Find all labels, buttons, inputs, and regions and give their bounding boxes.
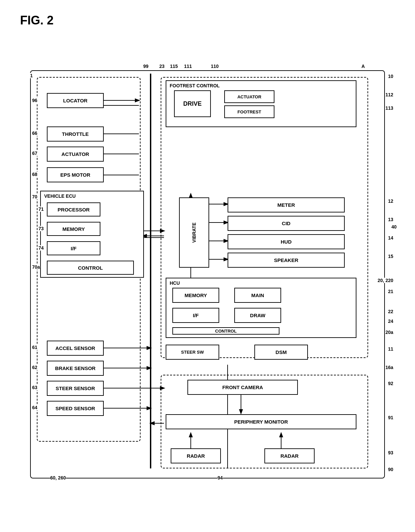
memory-left-box: MEMORY xyxy=(47,222,100,236)
ref-110: 110 xyxy=(211,64,219,69)
meter-box: METER xyxy=(228,197,345,212)
draw-box: DRAW xyxy=(234,308,281,323)
accel-sensor-box: ACCEL SENSOR xyxy=(47,341,104,356)
drive-box: DRIVE xyxy=(174,90,211,117)
ref-1: 1 xyxy=(30,73,33,78)
ref-20: 20, 220 xyxy=(378,278,393,283)
ref-64: 64 xyxy=(32,405,37,410)
ref-112: 112 xyxy=(386,92,393,97)
ref-111: 111 xyxy=(184,64,192,69)
ref-23: 23 xyxy=(159,64,165,69)
actuator-left-box: ACTUATOR xyxy=(47,147,104,162)
ref-66: 66 xyxy=(32,130,37,136)
vibrate-box: VIBRATE xyxy=(179,197,209,268)
ref-16a: 16a xyxy=(386,365,393,370)
ref-24: 24 xyxy=(388,319,393,324)
processor-box: PROCESSOR xyxy=(47,202,100,216)
ref-92: 92 xyxy=(388,381,393,386)
ref-99: 99 xyxy=(143,64,149,69)
ref-62: 62 xyxy=(32,365,37,370)
eps-motor-box: EPS MOTOR xyxy=(47,167,104,182)
ref-70a: 70a xyxy=(32,264,40,270)
ref-13: 13 xyxy=(388,217,393,222)
brake-sensor-box: BRAKE SENSOR xyxy=(47,361,104,376)
ref-67: 67 xyxy=(32,151,37,156)
ref-113: 113 xyxy=(386,105,393,111)
hud-box: HUD xyxy=(228,234,345,249)
ref-93: 93 xyxy=(388,450,393,455)
if-left-box: I/F xyxy=(47,241,100,255)
front-camera-box: FRONT CAMERA xyxy=(187,380,298,395)
ref-21: 21 xyxy=(388,289,393,294)
ref-11: 11 xyxy=(388,346,393,352)
ref-15: 15 xyxy=(388,254,393,259)
page-title: FIG. 2 xyxy=(20,13,54,27)
dsm-box: DSM xyxy=(254,345,308,360)
speaker-box: SPEAKER xyxy=(228,253,345,268)
control-right-box: CONTROL xyxy=(172,327,279,335)
ref-22: 22 xyxy=(388,309,393,314)
memory-right-box: MEMORY xyxy=(172,288,219,303)
locator-box: LOCATOR xyxy=(47,93,104,108)
if-right-box: I/F xyxy=(172,308,219,323)
ref-71: 71 xyxy=(38,206,44,212)
ref-91: 91 xyxy=(388,415,393,420)
speed-sensor-box: SPEED SENSOR xyxy=(47,401,104,416)
control-left-box: CONTROL xyxy=(47,261,134,275)
ref-73: 73 xyxy=(38,226,44,231)
periphery-monitor-box: PERIPHERY MONITOR xyxy=(166,414,356,429)
ref-61: 61 xyxy=(32,345,37,350)
ref-94: 94 xyxy=(218,475,223,480)
ref-70: 70 xyxy=(32,194,37,199)
ref-10: 10 xyxy=(388,74,393,79)
ref-63: 63 xyxy=(32,385,37,390)
steer-sensor-box: STEER SENSOR xyxy=(47,381,104,396)
ref-12: 12 xyxy=(388,198,393,204)
actuator-right-box: ACTUATOR xyxy=(224,90,274,103)
ref-90: 90 xyxy=(388,467,393,472)
steer-sw-box: STEER SW xyxy=(166,345,219,360)
cid-box: CID xyxy=(228,216,345,231)
ref-60: 60, 260 xyxy=(50,475,66,480)
throttle-box: THROTTLE xyxy=(47,126,104,142)
ref-74: 74 xyxy=(38,245,44,251)
ref-40: 40 xyxy=(391,224,397,230)
radar-right-box: RADAR xyxy=(264,448,315,463)
ref-14: 14 xyxy=(388,235,393,241)
ref-96: 96 xyxy=(32,98,37,103)
ref-68: 68 xyxy=(32,172,37,177)
radar-left-box: RADAR xyxy=(171,448,221,463)
ref-115: 115 xyxy=(170,64,178,69)
main-box: MAIN xyxy=(234,288,281,303)
footrest-box: FOOTREST xyxy=(224,105,274,118)
ref-A: A xyxy=(361,64,365,69)
ref-20a: 20a xyxy=(386,330,393,335)
diagram: LOCATOR THROTTLE ACTUATOR EPS MOTOR VEHI… xyxy=(20,43,395,505)
